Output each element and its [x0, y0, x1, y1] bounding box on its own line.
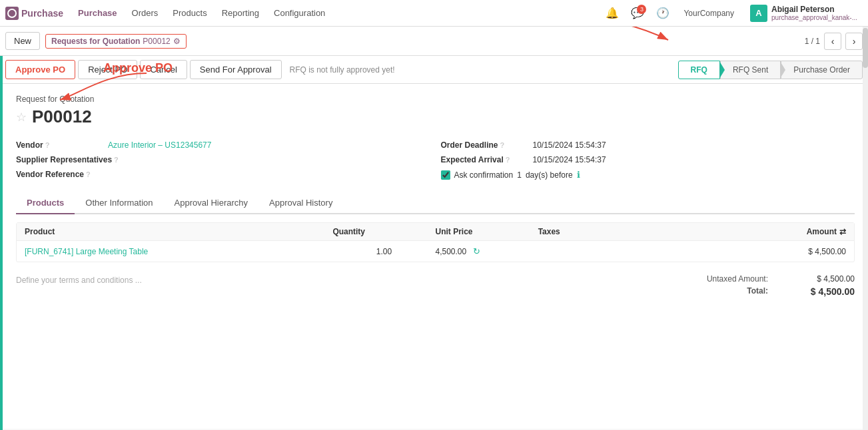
expected-arrival-help-icon[interactable]: ?	[506, 156, 510, 164]
nav-right: 🔔 💬 3 🕐 YourCompany A Abigail Peterson p…	[602, 3, 863, 23]
product-unit-price: 4,500.00 ↻	[436, 246, 538, 256]
untaxed-value: $ 4,500.00	[795, 274, 855, 284]
top-navigation: Purchase Purchase Orders Products Report…	[0, 0, 868, 27]
ask-confirmation-checkbox[interactable]	[441, 170, 450, 180]
breadcrumb[interactable]: Requests for Quotation P00012 ⚙	[45, 34, 187, 49]
products-table: Product Quantity Unit Price Taxes Amount…	[16, 222, 855, 262]
ask-confirmation-row: Ask confirmation 1 day(s) before ℹ	[441, 170, 855, 180]
activity-icon-btn[interactable]: 🔔	[602, 3, 622, 23]
nav-products[interactable]: Products	[166, 5, 213, 21]
user-info: Abigail Peterson purchase_approval_kanak…	[771, 5, 857, 21]
order-deadline-value[interactable]: 10/15/2024 15:54:37	[533, 140, 606, 150]
tab-approval-history[interactable]: Approval History	[258, 192, 343, 214]
tabs: Products Other Information Approval Hier…	[16, 192, 855, 214]
nav-purchase[interactable]: Purchase	[71, 5, 124, 21]
nav-links: Purchase Orders Products Reporting Confi…	[71, 5, 332, 21]
order-deadline-help-icon[interactable]: ?	[500, 141, 505, 149]
scrollbar-thumb[interactable]	[863, 28, 868, 68]
nav-orders[interactable]: Orders	[125, 5, 165, 21]
expected-arrival-label: Expected Arrival ?	[441, 155, 528, 164]
totals-section: Untaxed Amount: $ 4,500.00 Total: $ 4,50…	[681, 273, 855, 298]
col-amount: Amount ⇄	[743, 227, 846, 236]
status-rfq-sent[interactable]: RFQ Sent	[720, 61, 781, 79]
status-rfq[interactable]: RFQ	[678, 61, 720, 79]
favorite-star-icon[interactable]: ☆	[16, 110, 27, 124]
col-quantity: Quantity	[332, 227, 435, 236]
ask-confirmation-info-icon[interactable]: ℹ	[577, 170, 580, 180]
tab-approval-hierarchy[interactable]: Approval Hierarchy	[164, 192, 259, 214]
scrollbar[interactable]	[863, 27, 868, 430]
ask-confirmation-suffix: day(s) before	[526, 170, 573, 180]
product-quantity[interactable]: 1.00	[332, 247, 435, 256]
total-row: Total: $ 4,500.00	[681, 285, 855, 298]
vendor-row: Vendor ? Azure Interior – US12345677	[16, 138, 430, 152]
vendor-label: Vendor ?	[16, 140, 103, 150]
pagination-info: 1 / 1	[805, 37, 820, 46]
form-grid: Vendor ? Azure Interior – US12345677 Sup…	[16, 138, 855, 182]
rfq-number: P00012	[32, 107, 92, 127]
supplier-rep-row: Supplier Representatives ?	[16, 152, 430, 167]
total-label: Total:	[747, 286, 768, 297]
rfq-label: Request for Quotation	[16, 95, 855, 104]
vendor-help-icon[interactable]: ?	[45, 141, 50, 149]
reject-po-button[interactable]: Reject PO	[78, 60, 137, 79]
breadcrumb-title: Requests for Quotation	[51, 37, 140, 46]
company-selector[interactable]: YourCompany	[678, 7, 739, 19]
user-sub: purchase_approval_kanak-...	[771, 14, 857, 21]
table-header: Product Quantity Unit Price Taxes Amount…	[17, 223, 854, 241]
vendor-ref-row: Vendor Reference ?	[16, 167, 430, 182]
main-content: Request for Quotation ☆ P00012 Vendor ? …	[0, 84, 868, 429]
product-amount: $ 4,500.00	[743, 247, 846, 256]
user-avatar: A	[750, 5, 767, 22]
total-value: $ 4,500.00	[795, 286, 855, 297]
supplier-help-icon[interactable]: ?	[114, 156, 119, 164]
gear-icon[interactable]: ⚙	[173, 37, 181, 46]
form-left: Vendor ? Azure Interior – US12345677 Sup…	[16, 138, 430, 182]
table-row: [FURN_6741] Large Meeting Table 1.00 4,5…	[17, 241, 854, 262]
status-bar: RFQ RFQ Sent Purchase Order	[678, 61, 863, 79]
vendor-ref-help-icon[interactable]: ?	[86, 170, 91, 178]
approve-po-button[interactable]: Approve PO	[5, 60, 75, 79]
vendor-value[interactable]: Azure Interior – US12345677	[108, 140, 211, 150]
user-menu[interactable]: A Abigail Peterson purchase_approval_kan…	[745, 3, 863, 23]
status-purchase-order[interactable]: Purchase Order	[781, 61, 863, 79]
tab-products[interactable]: Products	[16, 192, 75, 214]
sync-icon[interactable]: ↻	[473, 246, 480, 256]
pagination-next[interactable]: ›	[845, 33, 863, 50]
app-name: Purchase	[21, 8, 63, 19]
adjust-icon[interactable]: ⇄	[839, 227, 846, 236]
cancel-button[interactable]: Cancel	[140, 60, 187, 79]
pagination-prev[interactable]: ‹	[824, 33, 841, 50]
pagination: 1 / 1 ‹ ›	[805, 33, 863, 50]
messages-badge: 3	[637, 5, 646, 14]
action-bar: Approve PO Reject PO Cancel Send For App…	[0, 56, 868, 84]
clock-icon-btn[interactable]: 🕐	[653, 3, 673, 23]
form-footer: Define your terms and conditions ... Unt…	[16, 273, 855, 298]
order-deadline-row: Order Deadline ? 10/15/2024 15:54:37	[441, 138, 855, 152]
send-for-approval-button[interactable]: Send For Approval	[190, 60, 282, 79]
left-accent-border	[0, 56, 3, 430]
expected-arrival-value[interactable]: 10/15/2024 15:54:37	[533, 155, 606, 164]
company-name: YourCompany	[683, 9, 734, 18]
untaxed-label: Untaxed Amount:	[707, 274, 768, 284]
product-name[interactable]: [FURN_6741] Large Meeting Table	[25, 247, 332, 256]
terms-input[interactable]: Define your terms and conditions ...	[16, 273, 142, 288]
form-right: Order Deadline ? 10/15/2024 15:54:37 Exp…	[441, 138, 855, 182]
order-deadline-label: Order Deadline ?	[441, 140, 528, 150]
vendor-ref-label: Vendor Reference ?	[16, 170, 103, 179]
app-logo[interactable]: Purchase	[5, 7, 63, 20]
tab-other-information[interactable]: Other Information	[75, 192, 163, 214]
nav-reporting[interactable]: Reporting	[215, 5, 266, 21]
breadcrumb-sub: P00012	[143, 37, 170, 46]
nav-configuration[interactable]: Configuration	[267, 5, 332, 21]
ask-confirmation-days: 1	[517, 170, 522, 180]
rfq-title-row: ☆ P00012	[16, 107, 855, 127]
col-taxes: Taxes	[538, 227, 743, 236]
ask-confirmation-label: Ask confirmation	[454, 170, 514, 180]
new-button[interactable]: New	[5, 32, 40, 50]
user-name: Abigail Peterson	[771, 5, 857, 14]
col-unit-price: Unit Price	[436, 227, 538, 236]
messages-icon-btn[interactable]: 💬 3	[628, 3, 648, 23]
col-product: Product	[25, 227, 332, 236]
supplier-rep-label: Supplier Representatives ?	[16, 155, 119, 164]
